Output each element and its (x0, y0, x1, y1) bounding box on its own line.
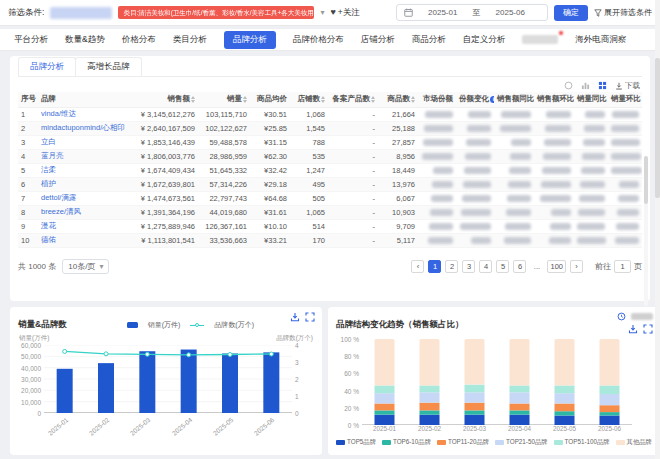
stack-segment-其他品牌 (510, 339, 530, 385)
chevron-down-icon[interactable]: ▾ (320, 8, 324, 17)
legend-item[interactable]: TOP6-10品牌 (382, 438, 431, 447)
chart-download-icon[interactable] (628, 324, 638, 334)
chart-download-icon[interactable] (290, 312, 300, 322)
download-button[interactable]: 下载 (615, 81, 640, 91)
nav-tab-6[interactable]: 品牌价格分布 (293, 34, 344, 46)
follow-button[interactable]: ♥ +关注 (330, 7, 359, 19)
legend-item[interactable]: TOP5品牌 (336, 438, 376, 447)
col-header-4[interactable]: 销量 (198, 92, 250, 107)
date-range-picker[interactable]: 2025-01 至 2025-06 (396, 4, 548, 21)
filter-summary-tag[interactable]: 类目:清洁美妆和(卫生巾/纸/香薰、彩妆/香水/美容工具+各大美妆用品+香水、家… (118, 6, 314, 19)
bar-2025-02 (98, 363, 114, 413)
cell-sales: ¥ 1,113,801,541 (126, 233, 198, 247)
next-page-button[interactable]: › (570, 260, 583, 273)
grid-view-icon[interactable] (598, 81, 607, 90)
legend-swatch (616, 440, 625, 445)
redacted-value (578, 209, 605, 216)
sub-tab-1[interactable]: 品牌分析 (18, 57, 76, 76)
nav-tab-5[interactable]: 品牌分析 (224, 31, 276, 49)
bar-legend-label[interactable]: 销量(万件) (148, 320, 181, 330)
legend-label: 其他品牌 (627, 438, 652, 447)
sort-icon[interactable] (411, 96, 415, 103)
fullscreen-icon[interactable] (643, 324, 653, 334)
page-button-2[interactable]: 2 (445, 260, 458, 273)
y-tick: 100 % (341, 336, 359, 343)
info-icon[interactable]: i (490, 96, 494, 103)
goto-page-input[interactable] (614, 260, 631, 273)
page-button-3[interactable]: 3 (462, 260, 475, 273)
redacted-value (509, 167, 531, 174)
brand-link[interactable]: vinda/维达 (41, 109, 76, 118)
stack-segment-TOP21-50品牌 (510, 392, 530, 403)
nav-tab-3[interactable]: 价格分布 (122, 34, 156, 46)
sort-icon[interactable] (371, 96, 375, 103)
col-header-6[interactable]: 店铺数 (290, 92, 328, 107)
expand-filters-link[interactable]: 展开筛选条件 (594, 7, 652, 18)
bar-chart-icon[interactable] (581, 81, 590, 90)
line-point-2025-05 (228, 353, 232, 357)
fullscreen-icon[interactable] (305, 312, 315, 322)
legend-item[interactable]: TOP51-100品牌 (554, 438, 610, 447)
page-scrollbar-thumb[interactable] (655, 58, 660, 198)
legend-item[interactable]: 其他品牌 (616, 438, 652, 447)
x-axis-labels: 2025-012025-022025-032025-042025-052025-… (18, 413, 314, 439)
col-header-8[interactable]: 商品数 (378, 92, 418, 107)
cell-brand: 漫花 (38, 219, 126, 233)
nav-tab-9[interactable]: 自定义分析 (463, 34, 506, 46)
date-start[interactable]: 2025-01 (413, 8, 473, 17)
page-button-6[interactable]: 6 (513, 260, 526, 273)
redacted-value (550, 223, 571, 230)
nav-tab-4[interactable]: 类目分析 (173, 34, 207, 46)
prev-page-button[interactable]: ‹ (411, 260, 424, 273)
page-button-5[interactable]: 5 (496, 260, 509, 273)
brand-link[interactable]: 洁柔 (41, 165, 56, 174)
filter-bar: 筛选条件: 类目:清洁美妆和(卫生巾/纸/香薰、彩妆/香水/美容工具+各大美妆用… (0, 0, 660, 26)
cell-products: 18,449 (378, 163, 418, 177)
cell-redacted (418, 121, 456, 135)
nav-tab-11[interactable]: 海外电商洞察 (575, 34, 626, 46)
redacted-value (460, 223, 491, 230)
legend-item[interactable]: TOP11-20品牌 (437, 438, 489, 447)
col-header-3[interactable]: 销售额 (126, 92, 198, 107)
nav-tab-1[interactable]: 平台分析 (14, 34, 48, 46)
cell-brand: 植护 (38, 177, 126, 191)
nav-tab-7[interactable]: 店铺分析 (361, 34, 395, 46)
sort-icon[interactable] (191, 96, 195, 103)
brand-link[interactable]: dettol/滴露 (41, 193, 76, 202)
nav-tab-2[interactable]: 数量&趋势 (65, 34, 105, 46)
brand-link[interactable]: 蓝月亮 (41, 151, 64, 160)
legend-item[interactable]: TOP21-50品牌 (495, 438, 548, 447)
cell-redacted (494, 121, 534, 135)
table-scrollbar-thumb[interactable] (644, 156, 648, 204)
sort-icon[interactable] (243, 96, 247, 103)
stack-segment-TOP21-50品牌 (600, 394, 620, 405)
brand-link[interactable]: breeze/清风 (41, 207, 81, 216)
brand-link[interactable]: 漫花 (41, 221, 56, 230)
sub-tab-2[interactable]: 高增长品牌 (75, 57, 142, 76)
page-size-select[interactable]: 10条/页 ▾ (62, 259, 109, 274)
brand-link[interactable]: 立白 (41, 137, 56, 146)
col-header-7[interactable]: 备案产品数 (328, 92, 378, 107)
confirm-button[interactable]: 确定 (554, 5, 588, 21)
line-legend-label[interactable]: 品牌数(万个) (214, 320, 254, 330)
redacted-value (431, 195, 453, 202)
brand-link[interactable]: mindactuponmind/心相印 (41, 123, 125, 132)
main-nav-tabs: 平台分析数量&趋势价格分布类目分析品牌分析品牌价格分布店铺分析商品分析自定义分析… (0, 29, 660, 51)
refresh-icon[interactable] (564, 81, 573, 90)
clock-icon[interactable] (617, 312, 626, 321)
page-button-1[interactable]: 1 (428, 260, 441, 273)
redacted-value (577, 223, 605, 230)
brand-link[interactable]: 植护 (41, 179, 56, 188)
page-scrollbar[interactable] (655, 0, 660, 459)
table-scrollbar[interactable] (644, 156, 648, 306)
stack-segment-TOP5品牌 (600, 416, 620, 425)
page-button-100[interactable]: 100 (547, 260, 566, 273)
redacted-filter-value[interactable] (50, 7, 112, 19)
brand-link[interactable]: 德佑 (41, 235, 56, 244)
cell-avg_price: ¥31.61 (250, 205, 290, 219)
nav-tab-10[interactable] (522, 35, 558, 44)
nav-tab-8[interactable]: 商品分析 (412, 34, 446, 46)
page-button-4[interactable]: 4 (479, 260, 492, 273)
sort-icon[interactable] (321, 96, 325, 103)
date-end[interactable]: 2025-06 (481, 8, 541, 17)
